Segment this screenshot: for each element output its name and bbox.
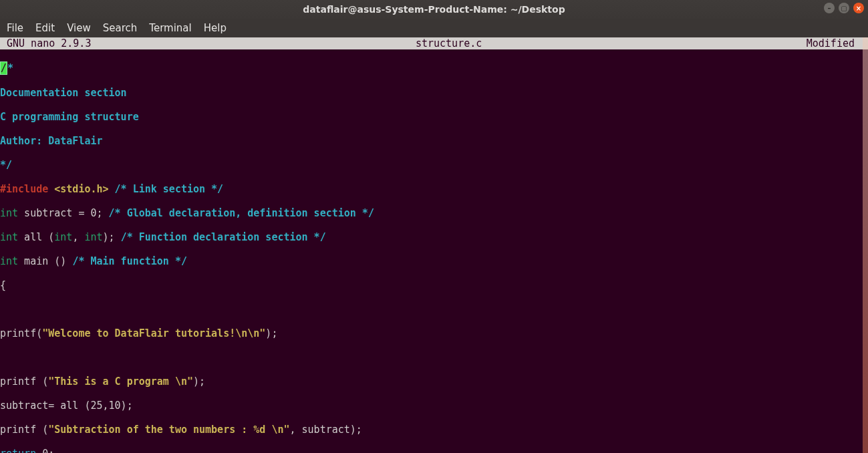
code-line: */ bbox=[0, 159, 868, 171]
menu-file[interactable]: File bbox=[7, 22, 23, 34]
window-titlebar: dataflair@asus-System-Product-Name: ~/De… bbox=[0, 0, 868, 19]
window-title: dataflair@asus-System-Product-Name: ~/De… bbox=[303, 4, 565, 15]
code-line: Documentation section bbox=[0, 87, 868, 99]
text-cursor: / bbox=[0, 61, 7, 75]
code-line: Author: DataFlair bbox=[0, 135, 868, 147]
maximize-button[interactable]: ▢ bbox=[839, 3, 849, 13]
code-line: int all (int, int); /* Function declarat… bbox=[0, 231, 868, 243]
code-line: int main () /* Main function */ bbox=[0, 255, 868, 267]
code-line: return 0; bbox=[0, 448, 868, 453]
code-line bbox=[0, 303, 868, 315]
menu-edit[interactable]: Edit bbox=[35, 22, 55, 34]
menu-terminal[interactable]: Terminal bbox=[149, 22, 191, 34]
nano-filename: structure.c bbox=[91, 37, 806, 49]
code-line: printf ("This is a C program \n"); bbox=[0, 375, 868, 388]
editor-area[interactable]: /* Documentation section C programming s… bbox=[0, 49, 868, 453]
nano-modified: Modified bbox=[807, 37, 868, 49]
code-line: C programming structure bbox=[0, 111, 868, 123]
code-line: int subtract = 0; /* Global declaration,… bbox=[0, 207, 868, 219]
code-line: /* bbox=[0, 61, 868, 75]
window-buttons: – ▢ × bbox=[824, 3, 864, 13]
code-line bbox=[0, 351, 868, 363]
menu-help[interactable]: Help bbox=[204, 22, 227, 34]
code-line: subtract= all (25,10); bbox=[0, 400, 868, 412]
nano-statusbar: GNU nano 2.9.3 structure.c Modified bbox=[0, 37, 868, 49]
menu-view[interactable]: View bbox=[67, 22, 91, 34]
minimize-button[interactable]: – bbox=[824, 3, 835, 13]
menu-search[interactable]: Search bbox=[103, 22, 138, 34]
menubar: File Edit View Search Terminal Help bbox=[0, 19, 868, 37]
code-line: printf("Welcome to DataFlair tutorials!\… bbox=[0, 327, 868, 339]
code-line: { bbox=[0, 279, 868, 291]
close-button[interactable]: × bbox=[853, 3, 864, 13]
scrollbar[interactable] bbox=[863, 37, 868, 453]
code-line: #include <stdio.h> /* Link section */ bbox=[0, 183, 868, 195]
code-line: printf ("Subtraction of the two numbers … bbox=[0, 424, 868, 436]
nano-version: GNU nano 2.9.3 bbox=[0, 37, 91, 49]
